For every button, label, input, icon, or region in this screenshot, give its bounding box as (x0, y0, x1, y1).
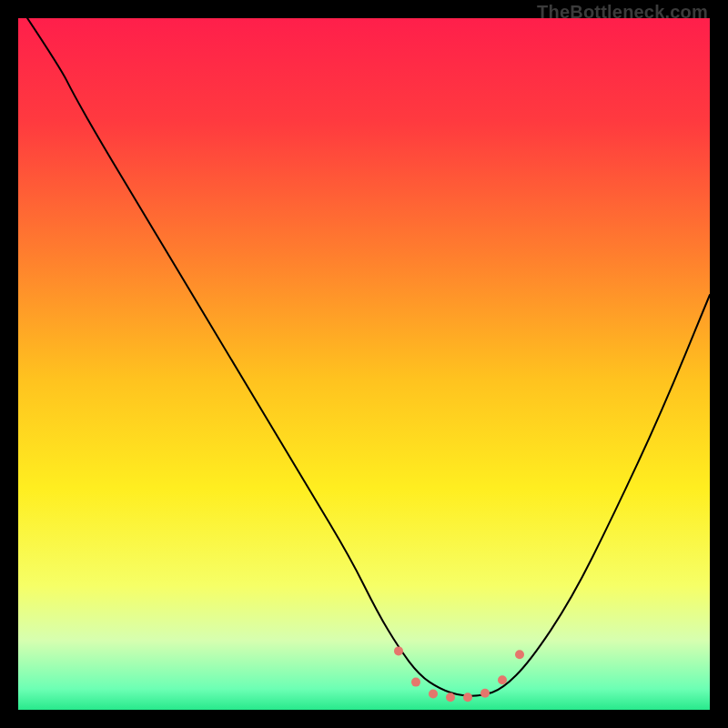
chart-svg (18, 18, 710, 710)
marker-dot (480, 689, 490, 698)
bottleneck-curve (18, 18, 710, 696)
marker-dot (446, 693, 455, 702)
marker-dot (429, 690, 438, 699)
marker-dot (498, 675, 507, 684)
optimal-range-markers (394, 646, 524, 702)
marker-dot (411, 678, 420, 687)
plot-area (18, 18, 710, 710)
attribution-label: TheBottleneck.com (537, 2, 708, 23)
marker-dot (394, 646, 403, 655)
chart-frame: TheBottleneck.com (0, 0, 728, 728)
marker-dot (463, 693, 472, 702)
marker-dot (515, 650, 524, 659)
